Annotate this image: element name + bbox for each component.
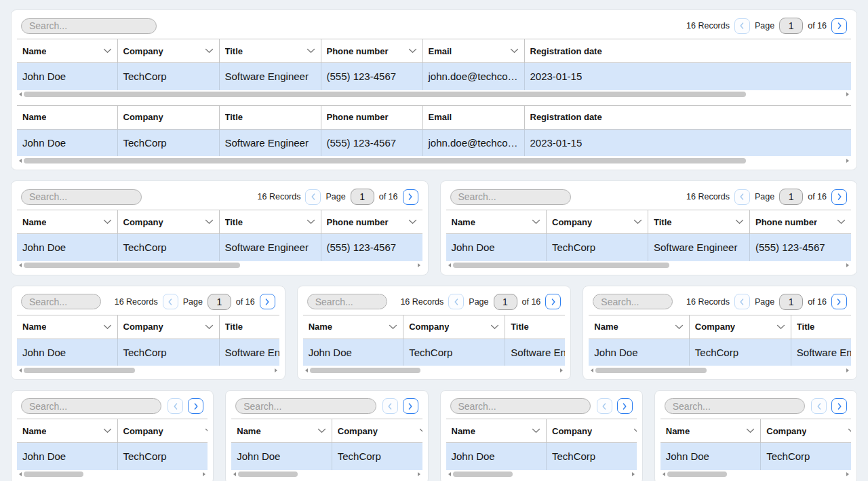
search-input[interactable] <box>307 294 387 309</box>
table-row[interactable]: John DoeTechCorpSoftware Engineer(555) 1… <box>17 443 208 470</box>
scroll-left-arrow-icon[interactable] <box>448 472 451 476</box>
next-page-button[interactable] <box>188 398 203 414</box>
scroll-left-arrow-icon[interactable] <box>19 368 22 372</box>
prev-page-button[interactable] <box>811 398 827 414</box>
scroll-right-arrow-icon[interactable] <box>560 368 563 372</box>
scroll-left-arrow-icon[interactable] <box>305 368 308 372</box>
column-header[interactable]: Title <box>219 39 321 63</box>
column-header[interactable]: Title <box>791 315 851 339</box>
column-header[interactable]: Title <box>219 210 321 234</box>
next-page-button[interactable] <box>403 189 418 205</box>
horizontal-scrollbar[interactable] <box>17 367 279 373</box>
column-header[interactable]: Company <box>689 315 791 339</box>
next-page-button[interactable] <box>831 294 847 309</box>
table-row[interactable]: John DoeTechCorpSoftware Engineer(555) 1… <box>589 339 851 366</box>
prev-page-button[interactable] <box>382 398 398 414</box>
column-header[interactable]: Company <box>117 210 219 234</box>
scrollbar-thumb[interactable] <box>310 368 421 373</box>
prev-page-button[interactable] <box>163 294 178 309</box>
column-header[interactable]: Phone number <box>321 39 422 63</box>
next-page-button[interactable] <box>403 398 418 414</box>
scroll-right-arrow-icon[interactable] <box>846 159 849 163</box>
search-input[interactable] <box>235 398 376 414</box>
horizontal-scrollbar[interactable] <box>446 472 637 478</box>
scroll-left-arrow-icon[interactable] <box>233 472 236 476</box>
scroll-right-arrow-icon[interactable] <box>846 92 849 96</box>
search-input[interactable] <box>450 189 571 205</box>
scrollbar-thumb[interactable] <box>24 472 83 477</box>
column-header[interactable]: Name <box>303 315 403 339</box>
search-input[interactable] <box>450 398 591 414</box>
scrollbar-thumb[interactable] <box>453 472 513 477</box>
column-header[interactable]: Name <box>17 39 117 63</box>
scroll-left-arrow-icon[interactable] <box>19 472 22 476</box>
column-header[interactable]: Phone number <box>750 210 852 234</box>
horizontal-scrollbar[interactable] <box>446 263 852 269</box>
column-header[interactable]: Phone number <box>321 210 422 234</box>
table-row[interactable]: John DoeTechCorpSoftware Engineer(555) 1… <box>231 443 422 470</box>
page-number-input[interactable] <box>208 294 231 310</box>
table-row[interactable]: John DoeTechCorpSoftware Engineer(555) 1… <box>17 339 279 366</box>
column-header[interactable]: Name <box>446 419 547 443</box>
column-header[interactable]: Name <box>17 210 117 234</box>
scroll-left-arrow-icon[interactable] <box>19 263 22 267</box>
column-header[interactable]: Name <box>231 419 332 443</box>
scroll-left-arrow-icon[interactable] <box>448 263 451 267</box>
horizontal-scrollbar[interactable] <box>17 263 422 269</box>
search-input[interactable] <box>21 189 142 205</box>
search-input[interactable] <box>21 398 161 414</box>
column-header[interactable]: Email <box>422 39 524 63</box>
column-header[interactable]: Name <box>17 419 117 443</box>
scrollbar-thumb[interactable] <box>667 472 727 477</box>
scroll-left-arrow-icon[interactable] <box>19 159 22 163</box>
scroll-right-arrow-icon[interactable] <box>203 472 205 476</box>
column-header[interactable]: Company <box>117 315 219 339</box>
column-header[interactable]: Name <box>17 315 117 339</box>
scroll-right-arrow-icon[interactable] <box>846 472 849 476</box>
column-header[interactable]: Name <box>660 419 761 443</box>
prev-page-button[interactable] <box>734 189 750 205</box>
column-header[interactable]: Title <box>505 315 566 339</box>
scroll-right-arrow-icon[interactable] <box>846 263 849 267</box>
column-header[interactable]: Company <box>403 315 505 339</box>
horizontal-scrollbar[interactable] <box>303 367 566 373</box>
scroll-right-arrow-icon[interactable] <box>632 472 635 476</box>
column-header[interactable]: Name <box>446 210 547 234</box>
column-header[interactable]: Company <box>117 419 208 443</box>
table-row[interactable]: John DoeTechCorpSoftware Engineer(555) 1… <box>17 129 851 156</box>
next-page-button[interactable] <box>545 294 561 309</box>
column-header[interactable]: Company <box>547 419 637 443</box>
search-input[interactable] <box>21 294 101 309</box>
search-input[interactable] <box>593 294 673 309</box>
column-header[interactable]: Company <box>547 210 648 234</box>
next-page-button[interactable] <box>260 294 275 309</box>
page-number-input[interactable] <box>351 189 374 205</box>
horizontal-scrollbar[interactable] <box>17 157 851 163</box>
column-header[interactable]: Company <box>332 419 422 443</box>
prev-page-button[interactable] <box>597 398 612 414</box>
scroll-right-arrow-icon[interactable] <box>275 368 277 372</box>
horizontal-scrollbar[interactable] <box>231 472 422 478</box>
scroll-right-arrow-icon[interactable] <box>846 368 849 372</box>
scroll-left-arrow-icon[interactable] <box>591 368 593 372</box>
scrollbar-thumb[interactable] <box>24 158 746 163</box>
horizontal-scrollbar[interactable] <box>17 472 208 478</box>
table-row[interactable]: John DoeTechCorpSoftware Engineer(555) 1… <box>446 443 637 470</box>
scrollbar-thumb[interactable] <box>24 368 135 373</box>
table-row[interactable]: John DoeTechCorpSoftware Engineer(555) 1… <box>17 234 422 261</box>
search-input[interactable] <box>21 18 157 34</box>
column-header[interactable]: Registration date <box>524 39 851 63</box>
horizontal-scrollbar[interactable] <box>660 472 851 478</box>
scrollbar-thumb[interactable] <box>595 368 707 373</box>
page-number-input[interactable] <box>779 18 803 34</box>
page-number-input[interactable] <box>494 294 517 310</box>
scrollbar-thumb[interactable] <box>453 263 669 268</box>
column-header[interactable]: Title <box>648 210 750 234</box>
scroll-right-arrow-icon[interactable] <box>418 263 420 267</box>
table-row[interactable]: John DoeTechCorpSoftware Engineer(555) 1… <box>303 339 566 366</box>
scroll-right-arrow-icon[interactable] <box>418 472 420 476</box>
scroll-left-arrow-icon[interactable] <box>663 472 665 476</box>
next-page-button[interactable] <box>831 18 847 34</box>
search-input[interactable] <box>665 398 805 414</box>
column-header[interactable]: Name <box>589 315 689 339</box>
